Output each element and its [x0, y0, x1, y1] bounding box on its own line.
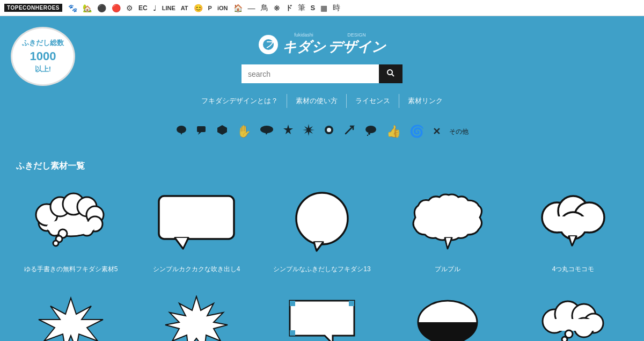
- cat-icon-hex[interactable]: [216, 124, 228, 139]
- gallery-item-1[interactable]: ゆる手書きの無料フキダシ素材5: [8, 180, 134, 279]
- gallery-item-8[interactable]: [259, 279, 385, 341]
- svg-marker-48: [165, 296, 228, 341]
- nav-link-about[interactable]: フキダシデザインとは？: [193, 94, 287, 108]
- top-navigation: TOPECONHEROES 🐾 🏡 ⚫ 🔴 ⚙ EC ♩ LINE AT 😊 P…: [0, 0, 644, 16]
- gallery-img-6: [13, 285, 128, 341]
- svg-point-28: [47, 219, 95, 235]
- badge-text-line1: ふきだし総数: [22, 38, 64, 48]
- nav-icon-home[interactable]: 🏠: [232, 4, 244, 12]
- nav-icon-ion[interactable]: iON: [216, 5, 230, 11]
- svg-point-63: [562, 337, 567, 341]
- cat-icon-thought[interactable]: [364, 124, 378, 139]
- cat-icon-circle[interactable]: [175, 124, 187, 139]
- gallery-img-5: [516, 185, 631, 260]
- nav-icon-flower[interactable]: ❋: [272, 4, 282, 12]
- logo-circle-icon: フ: [259, 35, 278, 54]
- nav-icon-p[interactable]: P: [207, 5, 214, 11]
- nav-icon-5[interactable]: ⚙: [125, 4, 135, 12]
- nav-icon-2[interactable]: 🏡: [81, 4, 93, 12]
- nav-icon-music[interactable]: ♩: [151, 4, 158, 12]
- svg-rect-61: [553, 319, 596, 331]
- svg-marker-47: [39, 298, 103, 341]
- gallery-item-10[interactable]: [510, 279, 636, 341]
- svg-point-17: [367, 135, 368, 136]
- gallery-item-7[interactable]: [134, 279, 259, 341]
- nav-icon-1[interactable]: 🐾: [67, 4, 79, 12]
- svg-marker-12: [303, 124, 314, 136]
- cat-icon-spiral[interactable]: 🌀: [409, 125, 424, 139]
- logo-subtitle2: DESIGN: [328, 32, 386, 38]
- cat-icon-arrow[interactable]: [343, 124, 355, 139]
- nav-icon-dash[interactable]: —: [246, 4, 257, 12]
- gallery-img-4: [390, 185, 505, 260]
- nav-icon-at[interactable]: AT: [179, 5, 190, 11]
- nav-icon-3[interactable]: ⚫: [96, 4, 108, 12]
- cat-icon-dot[interactable]: [323, 124, 335, 139]
- svg-line-3: [392, 74, 394, 76]
- logo-katakana1: キダシ: [282, 38, 326, 56]
- gallery-label-5: 4つ丸コモコモ: [516, 265, 631, 274]
- svg-rect-51: [290, 330, 295, 336]
- svg-rect-6: [197, 126, 206, 132]
- cat-icon-star1[interactable]: [282, 124, 294, 139]
- gallery-label-3: シンプルなふきだしなフキダシ13: [265, 265, 379, 274]
- gallery-item-4[interactable]: プルプル: [385, 180, 510, 279]
- svg-marker-11: [283, 125, 293, 134]
- main-content: ふきだし総数 1000 以上! フ fukidashi キダシ DESIGN: [0, 16, 644, 341]
- cat-icon-oval[interactable]: [260, 125, 274, 139]
- svg-text:フ: フ: [265, 40, 274, 49]
- nav-link-license[interactable]: ライセンス: [347, 94, 399, 108]
- gallery-item-5[interactable]: 4つ丸コモコモ: [510, 180, 636, 279]
- gallery-item-9[interactable]: [385, 279, 510, 341]
- svg-point-35: [296, 193, 348, 244]
- gallery-label-2: シンプルカクカクな吹き出し4: [139, 265, 254, 274]
- gallery-img-9: [390, 285, 505, 341]
- search-input[interactable]: [241, 64, 379, 83]
- gallery-img-8: [265, 285, 379, 341]
- search-button[interactable]: [379, 64, 402, 83]
- nav-icon-bird[interactable]: 鳥: [259, 3, 270, 13]
- gallery-img-2: [139, 185, 254, 260]
- nav-icon-4[interactable]: 🔴: [110, 4, 122, 12]
- brand-logo[interactable]: TOPECONHEROES: [4, 4, 62, 12]
- gallery-label-1: ゆる手書きの無料フキダシ素材5: [13, 265, 128, 274]
- nav-icon-s[interactable]: S: [309, 4, 317, 12]
- category-row: ✋ 👍 🌀 ✕: [0, 119, 644, 144]
- logo-katakana2: デザイン: [328, 38, 386, 56]
- svg-marker-8: [217, 125, 227, 135]
- svg-point-16: [368, 133, 370, 135]
- gallery-label-4: プルプル: [390, 265, 505, 274]
- count-badge: ふきだし総数 1000 以上!: [11, 27, 75, 86]
- cat-icon-rect[interactable]: [196, 124, 208, 139]
- svg-point-2: [387, 70, 392, 75]
- svg-marker-5: [180, 133, 182, 135]
- nav-icon-do[interactable]: ド: [284, 3, 294, 13]
- svg-point-9: [260, 126, 273, 133]
- nav-icon-smile[interactable]: 😊: [192, 4, 204, 12]
- gallery-item-3[interactable]: シンプルなふきだしなフキダシ13: [259, 180, 385, 279]
- cat-icon-hand[interactable]: ✋: [237, 125, 251, 139]
- badge-text-line3: 以上!: [35, 64, 51, 74]
- gallery-item-2[interactable]: シンプルカクカクな吹き出し4: [134, 180, 259, 279]
- svg-point-14: [327, 128, 331, 132]
- gallery-item-6[interactable]: [8, 279, 134, 341]
- cat-icon-x[interactable]: ✕: [433, 126, 441, 137]
- nav-icon-line[interactable]: LINE: [160, 5, 177, 11]
- svg-point-15: [365, 126, 376, 133]
- nav-icon-pen[interactable]: 筆: [296, 3, 307, 13]
- svg-rect-50: [349, 301, 354, 306]
- section-title: ふきだし素材一覧: [0, 161, 644, 180]
- svg-point-31: [53, 241, 58, 246]
- nav-link-usage[interactable]: 素材の使い方: [287, 94, 347, 108]
- svg-marker-10: [265, 132, 268, 135]
- cat-label-other[interactable]: その他: [449, 127, 469, 136]
- nav-icon-ec[interactable]: EC: [137, 4, 149, 12]
- cat-icon-star2[interactable]: [303, 124, 314, 139]
- nav-icon-time[interactable]: 時: [331, 3, 342, 13]
- search-area: [0, 64, 644, 83]
- nav-link-links[interactable]: 素材リンク: [399, 94, 451, 108]
- cat-icon-thumbs[interactable]: 👍: [386, 125, 401, 139]
- svg-rect-44: [556, 216, 590, 231]
- nav-icon-grid[interactable]: ▦: [319, 4, 329, 12]
- search-form: [241, 64, 402, 83]
